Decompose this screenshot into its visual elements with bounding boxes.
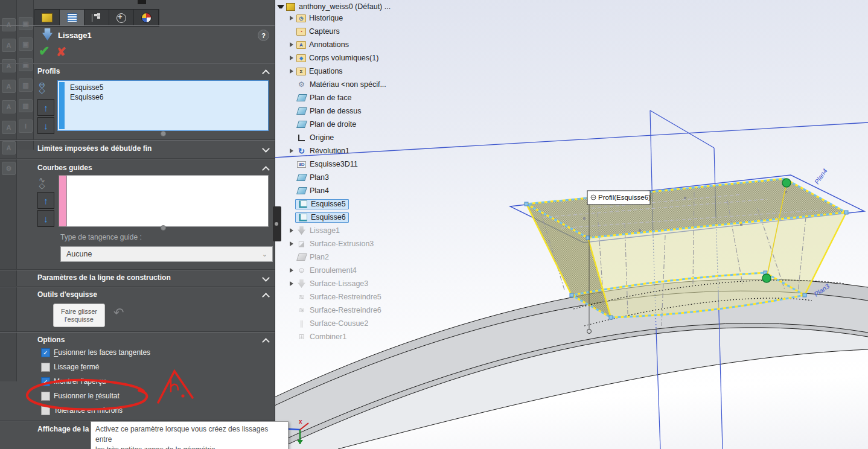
loft-handle-bottom[interactable]: [762, 274, 771, 282]
expand-arrow-icon[interactable]: [288, 228, 295, 233]
expand-arrow-icon[interactable]: [288, 16, 295, 21]
tree-item-surface-restreindre5[interactable]: ≋Surface-Restreindre5: [275, 290, 381, 304]
collapse-arrow-icon[interactable]: [277, 5, 284, 8]
structure-tool-1-icon[interactable]: ▣: [19, 17, 33, 30]
annotation-tool-7-icon[interactable]: A: [2, 141, 16, 154]
selected-tree-item-box[interactable]: Esquisse6: [295, 212, 349, 223]
structure-tool-2-icon[interactable]: ▣: [19, 37, 33, 51]
expand-arrow-icon[interactable]: [288, 42, 295, 47]
structure-tool-5-icon[interactable]: ▥: [19, 99, 33, 112]
drag-sketch-button[interactable]: Faire glisser l'esquisse: [53, 304, 105, 327]
affichage-header[interactable]: Affichage de la: [37, 425, 89, 433]
tree-item-surface-lissage3[interactable]: Surface-Lissage3: [275, 277, 368, 290]
courbes-guides-header[interactable]: Courbes guides: [37, 164, 92, 172]
tab-featuremanager[interactable]: [35, 10, 60, 26]
profiles-list-resize-grip[interactable]: [161, 131, 166, 136]
tree-item-plan-de-dessus[interactable]: Plan de dessus: [275, 104, 361, 118]
move-guide-up-button[interactable]: ↑: [37, 192, 54, 209]
tree-item-annotations[interactable]: AAnnotations: [275, 38, 349, 51]
profile-list-item[interactable]: Esquisse5: [70, 83, 268, 92]
tree-item-plan4[interactable]: Plan4: [275, 184, 329, 197]
checkbox[interactable]: ✓: [41, 377, 50, 386]
options-header[interactable]: Options: [37, 336, 65, 344]
expand-arrow-icon[interactable]: [288, 268, 295, 273]
tree-item-label: Capteurs: [309, 27, 340, 36]
profile-list-item[interactable]: Esquisse6: [70, 92, 268, 102]
undo-icon[interactable]: ↷: [113, 305, 124, 320]
cancel-button[interactable]: ✘: [56, 45, 66, 59]
tree-item-lissage1[interactable]: Lissage1: [275, 224, 340, 237]
structure-tool-3-icon[interactable]: ▣: [19, 58, 33, 71]
tangency-type-dropdown[interactable]: Aucune ⌄: [60, 246, 273, 262]
tree-item-esquisse6[interactable]: Esquisse6: [275, 211, 349, 224]
annotation-tool-3-icon[interactable]: A: [2, 59, 16, 72]
checkbox[interactable]: [41, 406, 50, 415]
tab-dimxpertmanager[interactable]: [109, 10, 134, 26]
collapse-chevron-outils[interactable]: [263, 292, 269, 298]
tree-item-corps-volumiques-1-[interactable]: ◆Corps volumiques(1): [275, 51, 378, 65]
annotation-tool-1-icon[interactable]: A: [2, 18, 16, 31]
tree-item-esquisse3d11[interactable]: Esquisse3D11: [275, 158, 358, 171]
tree-item-r-volution1[interactable]: ↻Révolution1: [275, 144, 349, 158]
annotation-tool-5-icon[interactable]: A: [2, 100, 16, 113]
profils-header[interactable]: Profils: [37, 67, 60, 75]
loft-handle-top[interactable]: [782, 179, 791, 187]
tree-item-capteurs[interactable]: ◔Capteurs: [275, 25, 340, 38]
move-profile-down-button[interactable]: ↓: [37, 117, 54, 134]
tab-propertymanager[interactable]: [60, 10, 85, 26]
expand-arrow-icon[interactable]: [288, 56, 295, 60]
guide-curves-listbox[interactable]: [66, 175, 269, 227]
move-profile-up-button[interactable]: ↑: [37, 99, 54, 116]
annotation-tool-8-icon[interactable]: ⚙: [2, 162, 16, 175]
tree-item-label: Plan de droite: [310, 120, 356, 129]
tree-item-esquisse5[interactable]: Esquisse5: [275, 197, 349, 211]
outils-esquisse-header[interactable]: Outils d'esquisse: [37, 290, 97, 299]
collapse-chevron-courbes[interactable]: [263, 165, 269, 171]
checkbox[interactable]: ✓: [41, 348, 50, 357]
tree-item-plan-de-face[interactable]: Plan de face: [275, 91, 352, 104]
move-guide-down-button[interactable]: ↓: [37, 210, 54, 227]
tree-item-surface-cousue2[interactable]: ∥Surface-Cousue2: [275, 317, 368, 330]
annotation-tool-4-icon[interactable]: A: [2, 80, 16, 93]
checkbox[interactable]: [41, 392, 50, 401]
tree-item-label: Plan de face: [310, 94, 352, 102]
selected-tree-item-box[interactable]: Esquisse5: [295, 199, 349, 209]
tree-item-plan-de-droite[interactable]: Plan de droite: [275, 118, 356, 131]
ok-button[interactable]: ✔: [39, 43, 49, 59]
structure-tool-6-icon[interactable]: I: [19, 119, 33, 133]
tree-item-surface-extrusion3[interactable]: ◪Surface-Extrusion3: [275, 237, 374, 250]
panel-splitter-handle[interactable]: [273, 206, 281, 241]
checkbox[interactable]: [41, 363, 50, 372]
expand-chevron-limites[interactable]: [263, 146, 269, 151]
structure-tool-4-icon[interactable]: ▥: [19, 78, 33, 92]
tab-displaymanager[interactable]: [134, 10, 159, 26]
limites-header[interactable]: Limites imposées de début/de fin: [37, 144, 152, 153]
tree-item-label: Surface-Restreindre5: [310, 293, 381, 301]
help-button[interactable]: ?: [258, 30, 269, 41]
annotation-tool-6-icon[interactable]: A: [2, 121, 16, 134]
guide-list-resize-grip[interactable]: [161, 225, 166, 231]
tree-item-surface-restreindre6[interactable]: ≋Surface-Restreindre6: [275, 304, 381, 317]
tree-item-origine[interactable]: Origine: [275, 131, 334, 144]
tab-configurationmanager[interactable]: [85, 10, 109, 26]
expand-arrow-icon[interactable]: [288, 281, 295, 286]
tree-item-historique[interactable]: ◷Historique: [275, 11, 343, 25]
tree-item-equations[interactable]: ΣEquations: [275, 65, 343, 78]
tree-item-label: Esquisse3D11: [310, 160, 358, 168]
tree-item-plan3[interactable]: Plan3: [275, 171, 329, 184]
tree-item-mat-riau-non-sp-cif-[interactable]: ⚙Matériau <non spécif...: [275, 78, 386, 91]
expand-chevron-parametres[interactable]: [263, 275, 269, 281]
expand-arrow-icon[interactable]: [288, 148, 295, 153]
tree-item-plan2[interactable]: Plan2: [275, 250, 329, 264]
colored-sphere-icon: [141, 13, 152, 23]
expand-arrow-icon[interactable]: [288, 241, 295, 246]
tree-item-combiner1[interactable]: ⊞Combiner1: [275, 330, 346, 343]
tree-item-enroulement4[interactable]: ⊜Enroulement4: [275, 264, 357, 277]
collapse-chevron-profils[interactable]: [263, 69, 269, 74]
collapse-chevron-options[interactable]: [263, 337, 269, 343]
tree-item-label: Plan3: [310, 173, 329, 182]
expand-arrow-icon[interactable]: [288, 69, 295, 74]
parametres-header[interactable]: Paramètres de la ligne de construction: [37, 273, 171, 282]
annotation-tool-2-icon[interactable]: A: [2, 39, 16, 52]
profiles-listbox[interactable]: Esquisse5Esquisse6: [57, 80, 269, 131]
